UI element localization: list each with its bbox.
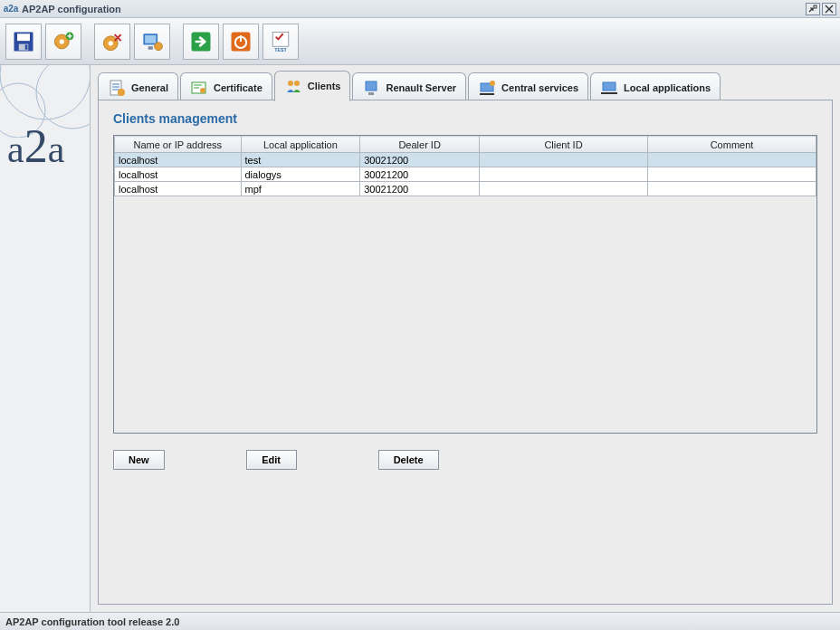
svg-rect-29: [368, 92, 374, 95]
toolbar-apply-button[interactable]: [183, 24, 219, 60]
window-title: AP2AP configuration: [22, 4, 806, 14]
svg-rect-2: [17, 33, 30, 41]
status-text: AP2AP configuration tool release 2.0: [5, 616, 179, 627]
sidebar: a2a: [0, 65, 91, 612]
save-icon: [11, 29, 36, 54]
cell-app: mpf: [241, 182, 360, 196]
clients-table-container[interactable]: Name or IP address Local application Dea…: [113, 135, 817, 434]
app-logo-icon: a2a: [4, 2, 18, 16]
toolbar-save-button[interactable]: [5, 24, 42, 60]
close-button[interactable]: [822, 3, 836, 15]
cell-name: localhost: [115, 153, 242, 167]
svg-point-6: [60, 39, 64, 43]
table-row[interactable]: localhosttest30021200: [115, 153, 816, 167]
restore-button[interactable]: [806, 3, 820, 15]
toolbar-add-button[interactable]: [45, 24, 81, 60]
svg-rect-12: [148, 46, 153, 50]
cell-client: [480, 167, 648, 182]
tab-label: General: [131, 82, 168, 93]
svg-point-26: [288, 81, 293, 86]
tab-local[interactable]: Local applications: [590, 72, 721, 101]
server-icon: [362, 79, 380, 97]
cell-name: localhost: [115, 182, 242, 196]
doc-icon: [108, 79, 126, 97]
tab-label: Renault Server: [386, 82, 456, 93]
svg-point-31: [490, 81, 495, 86]
cell-app: test: [241, 153, 360, 167]
tab-label: Certificate: [214, 82, 262, 93]
cell-comment: [648, 153, 816, 167]
restore-icon: [808, 5, 817, 14]
col-name[interactable]: Name or IP address: [115, 137, 242, 153]
arrow-right-icon: [188, 29, 214, 54]
col-comment[interactable]: Comment: [648, 137, 816, 153]
edit-button[interactable]: Edit: [246, 450, 297, 470]
statusbar: AP2AP configuration tool release 2.0: [0, 612, 840, 630]
people-icon: [284, 77, 302, 95]
tab-certificate[interactable]: Certificate: [180, 72, 272, 101]
toolbar-stop-button[interactable]: [223, 24, 259, 60]
tab-central[interactable]: Central services: [468, 72, 588, 101]
tab-label: Clients: [308, 81, 341, 91]
svg-point-9: [109, 41, 113, 45]
cell-comment: [648, 182, 816, 196]
svg-rect-4: [25, 44, 28, 49]
tab-label: Local applications: [624, 82, 711, 93]
cell-comment: [648, 167, 816, 182]
clients-table: Name or IP address Local application Dea…: [114, 136, 816, 196]
toolbar-remove-button[interactable]: [94, 24, 130, 60]
cell-dealer: 30021200: [360, 167, 480, 182]
cell-dealer: 30021200: [360, 182, 480, 196]
screen-icon: [139, 29, 165, 54]
gear-add-icon: [51, 29, 76, 54]
power-icon: [228, 29, 253, 54]
svg-point-23: [118, 89, 125, 96]
tab-label: Central services: [501, 82, 578, 93]
col-app[interactable]: Local application: [241, 137, 360, 153]
panel-title: Clients management: [113, 111, 817, 126]
svg-point-27: [294, 81, 300, 86]
titlebar: a2a AP2AP configuration: [0, 0, 840, 18]
sidebar-logo: a2a: [7, 119, 64, 173]
toolbar-manage-button[interactable]: [134, 24, 170, 60]
svg-rect-32: [603, 82, 616, 91]
table-row[interactable]: localhostmpf30021200: [115, 182, 816, 196]
test-icon: TEST: [268, 29, 293, 54]
svg-rect-0: [814, 5, 816, 8]
cell-dealer: 30021200: [360, 153, 480, 167]
central-icon: [478, 79, 496, 97]
tab-general[interactable]: General: [98, 72, 178, 101]
tab-renault[interactable]: Renault Server: [352, 72, 466, 101]
col-dealer[interactable]: Dealer ID: [360, 137, 480, 153]
toolbar-test-button[interactable]: TEST: [262, 24, 299, 60]
col-client[interactable]: Client ID: [480, 137, 648, 153]
gear-remove-icon: [100, 29, 125, 54]
table-row[interactable]: localhostdialogys30021200: [115, 167, 816, 182]
tabstrip: General Certificate Clients: [98, 69, 833, 101]
cert-icon: [190, 79, 208, 97]
cell-client: [480, 153, 648, 167]
tab-panel-clients: Clients management Name or IP address Lo…: [98, 100, 833, 605]
svg-rect-28: [366, 81, 377, 91]
svg-rect-17: [272, 32, 289, 46]
table-header-row: Name or IP address Local application Dea…: [115, 137, 816, 153]
cell-client: [480, 182, 648, 196]
new-button[interactable]: New: [113, 450, 165, 470]
laptop-icon: [600, 79, 618, 97]
delete-button[interactable]: Delete: [378, 450, 439, 470]
close-icon: [825, 5, 834, 14]
svg-point-25: [200, 88, 205, 93]
action-row: New Edit Delete: [113, 450, 817, 470]
cell-name: localhost: [115, 167, 242, 182]
cell-app: dialogys: [241, 167, 360, 182]
toolbar: TEST: [0, 18, 840, 65]
svg-text:TEST: TEST: [274, 47, 287, 52]
svg-point-13: [155, 42, 163, 50]
tab-clients[interactable]: Clients: [274, 71, 351, 101]
svg-rect-11: [145, 35, 156, 43]
